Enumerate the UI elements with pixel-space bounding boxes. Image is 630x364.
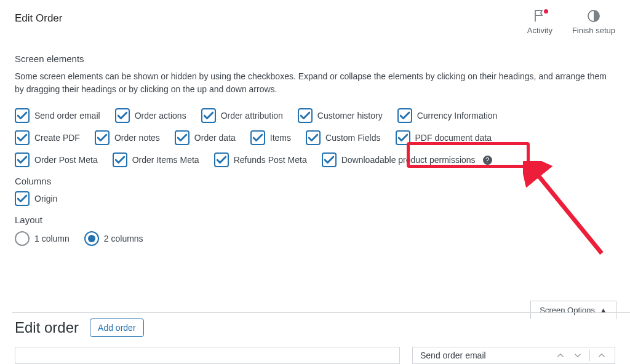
checkbox-order-data[interactable]: Order data <box>175 130 236 145</box>
checkbox-label: Order Post Meta <box>34 155 98 165</box>
screen-elements-title: Screen elements <box>15 53 615 64</box>
checkbox-box <box>214 152 229 167</box>
activity-action[interactable]: Activity <box>527 9 552 35</box>
checkbox-box <box>95 130 110 145</box>
checkbox-order-items-meta[interactable]: Order Items Meta <box>113 152 199 167</box>
checkbox-label: Order attribution <box>221 111 283 121</box>
checkbox-label: Create PDF <box>34 133 80 143</box>
checkbox-label: Items <box>270 133 291 143</box>
checkbox-box <box>322 152 337 167</box>
checkbox-origin[interactable]: Origin <box>15 191 57 206</box>
help-icon[interactable]: ? <box>483 156 492 165</box>
checkbox-label: Order notes <box>114 133 160 143</box>
edit-order-heading: Edit order <box>15 319 79 336</box>
checkbox-box <box>115 108 130 123</box>
checkbox-box <box>175 130 189 145</box>
order-details-panel <box>15 347 400 364</box>
checkbox-box <box>250 130 265 145</box>
checkbox-label: Customer history <box>317 111 383 121</box>
checkbox-label: Order Items Meta <box>132 155 199 165</box>
notification-dot <box>544 9 548 14</box>
separator <box>589 350 590 361</box>
checkbox-order-notes[interactable]: Order notes <box>95 130 160 145</box>
checkbox-label: Downloadable product permissions <box>341 155 476 165</box>
finish-label: Finish setup <box>572 26 615 35</box>
screen-elements-description: Some screen elements can be shown or hid… <box>15 70 615 96</box>
send-email-panel-title: Send order email <box>420 350 486 360</box>
checkbox-currency-information[interactable]: Currency Information <box>397 108 498 123</box>
checkbox-items[interactable]: Items <box>250 130 291 145</box>
send-email-panel-header[interactable]: Send order email <box>412 347 615 364</box>
radio-label: 2 columns <box>104 234 143 243</box>
collapse-icon[interactable] <box>596 350 607 361</box>
radio-label: 1 column <box>34 234 70 243</box>
checkbox-label: Custom Fields <box>325 133 380 143</box>
checkbox-label: Origin <box>34 194 57 204</box>
checkbox-refunds-post-meta[interactable]: Refunds Post Meta <box>214 152 307 167</box>
layout-radio-1-col[interactable]: 1 column <box>15 231 70 246</box>
checkbox-customer-history[interactable]: Customer history <box>298 108 383 123</box>
checkbox-box <box>298 108 313 123</box>
columns-title: Columns <box>15 176 615 186</box>
checkbox-box <box>15 152 30 167</box>
activity-label: Activity <box>527 26 552 35</box>
move-down-icon[interactable] <box>572 350 583 361</box>
checkbox-box <box>15 191 30 206</box>
checkbox-create-pdf[interactable]: Create PDF <box>15 130 80 145</box>
checkbox-custom-fields[interactable]: Custom Fields <box>306 130 380 145</box>
checkbox-pdf-document-data[interactable]: PDF document data <box>396 130 492 145</box>
layout-title: Layout <box>15 215 615 225</box>
move-up-icon[interactable] <box>555 350 566 361</box>
checkbox-downloadable-product-permissions[interactable]: Downloadable product permissions? <box>322 152 492 167</box>
layout-radio-2-col[interactable]: 2 columns <box>84 231 143 246</box>
checkbox-send-order-email[interactable]: Send order email <box>15 108 100 123</box>
checkbox-order-actions[interactable]: Order actions <box>115 108 186 123</box>
add-order-button[interactable]: Add order <box>90 318 143 337</box>
half-circle-icon <box>586 9 601 23</box>
checkbox-label: PDF document data <box>415 133 492 143</box>
checkbox-box <box>306 130 321 145</box>
checkbox-box <box>396 130 410 145</box>
finish-setup-action[interactable]: Finish setup <box>572 9 615 35</box>
radio-circle <box>84 231 99 246</box>
checkbox-label: Send order email <box>34 111 100 121</box>
page-title: Edit Order <box>15 12 62 25</box>
checkbox-label: Currency Information <box>417 111 498 121</box>
checkbox-label: Refunds Post Meta <box>234 155 307 165</box>
checkbox-box <box>15 108 30 123</box>
checkbox-order-attribution[interactable]: Order attribution <box>201 108 283 123</box>
checkbox-label: Order actions <box>135 111 186 121</box>
checkbox-box <box>397 108 412 123</box>
checkbox-box <box>15 130 30 145</box>
checkbox-label: Order data <box>194 133 236 143</box>
checkbox-box <box>201 108 216 123</box>
radio-circle <box>15 231 30 246</box>
checkbox-box <box>113 152 127 167</box>
checkbox-order-post-meta[interactable]: Order Post Meta <box>15 152 98 167</box>
